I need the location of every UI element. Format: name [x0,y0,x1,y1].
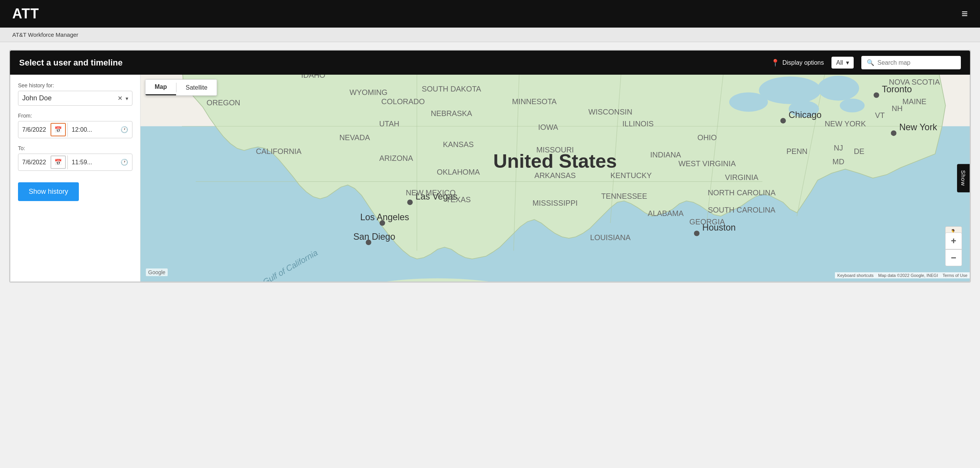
svg-text:MINNESOTA: MINNESOTA [512,97,557,106]
map-toolbar: Select a user and timeline 📍 Display opt… [10,51,970,75]
svg-text:NEVADA: NEVADA [339,133,370,142]
zoom-in-btn[interactable]: + [945,232,962,249]
svg-text:WISCONSIN: WISCONSIN [588,108,632,116]
svg-text:NEW MEXICO: NEW MEXICO [406,188,456,197]
outer-wrapper: Select a user and timeline 📍 Display opt… [9,50,971,283]
svg-text:COLORADO: COLORADO [381,97,425,106]
chevron-down-icon: ▾ [846,59,849,66]
main-content: Select a user and timeline 📍 Display opt… [0,42,980,290]
top-header: ATT ≡ [0,0,980,28]
sidebar: See history for: John Doe ✕ ▾ From: 7/6/… [10,75,140,281]
user-name-display: John Doe [22,94,118,102]
svg-text:PENN: PENN [786,147,807,155]
svg-text:GEORGIA: GEORGIA [689,218,725,226]
search-map-container: 🔍 [861,56,961,69]
show-right-tab[interactable]: Show [957,164,970,192]
svg-point-13 [729,92,768,112]
svg-text:Los Angeles: Los Angeles [360,212,409,222]
svg-text:WYOMING: WYOMING [350,88,387,97]
svg-point-23 [891,130,896,136]
svg-text:OKLAHOMA: OKLAHOMA [437,168,480,176]
tab-satellite[interactable]: Satellite [176,80,217,95]
svg-text:KENTUCKY: KENTUCKY [611,171,652,180]
tab-map[interactable]: Map [145,80,176,95]
svg-text:NOVA SCOTIA: NOVA SCOTIA [889,78,940,86]
app-subtitle: AT&T Workforce Manager [12,31,78,38]
svg-text:VIRGINIA: VIRGINIA [725,173,759,182]
svg-text:MD: MD [833,157,844,166]
all-dropdown[interactable]: All ▾ [831,57,854,69]
svg-text:CALIFORNIA: CALIFORNIA [256,147,302,155]
map-svg: Gulf of Mexico Gulf of California United… [140,75,970,281]
svg-text:NH: NH [892,104,903,113]
svg-text:IDAHO: IDAHO [301,75,325,79]
toolbar-title: Select a user and timeline [19,58,122,68]
svg-text:NJ: NJ [834,144,843,152]
terms-of-use-link[interactable]: Terms of Use [940,272,970,278]
svg-point-21 [780,118,786,123]
to-date-row: 7/6/2022 📅 11:59... 🕐 [18,154,132,171]
svg-text:ARKANSAS: ARKANSAS [534,171,576,180]
from-clock-icon[interactable]: 🕐 [117,123,132,136]
app-logo: ATT [12,6,39,22]
svg-text:LOUISIANA: LOUISIANA [590,233,631,242]
svg-text:DE: DE [854,147,864,155]
to-date-value: 7/6/2022 [18,155,50,170]
user-dropdown-chevron-icon[interactable]: ▾ [126,95,128,101]
svg-text:KANSAS: KANSAS [443,140,474,149]
show-history-button[interactable]: Show history [18,182,79,201]
svg-text:SOUTH CAROLINA: SOUTH CAROLINA [708,206,776,214]
map-data-text: Map data ©2022 Google, INEGI [876,272,940,278]
map-attribution: Keyboard shortcuts Map data ©2022 Google… [835,272,970,278]
to-label: To: [18,145,132,151]
keyboard-shortcuts[interactable]: Keyboard shortcuts [835,272,876,278]
to-clock-icon[interactable]: 🕐 [117,155,132,169]
map-tabs: Map Satellite [145,79,217,96]
svg-text:San Diego: San Diego [353,232,395,242]
svg-text:ARIZONA: ARIZONA [379,154,413,162]
svg-point-25 [874,92,879,98]
svg-text:TENNESSEE: TENNESSEE [601,192,647,200]
svg-text:WEST VIRGINIA: WEST VIRGINIA [678,159,736,168]
all-dropdown-value: All [836,59,843,66]
clear-user-icon[interactable]: ✕ [118,95,122,102]
svg-point-31 [694,231,699,236]
svg-text:VT: VT [875,111,885,119]
sub-header: AT&T Workforce Manager [0,28,980,42]
from-label: From: [18,113,132,119]
see-history-label: See history for: [18,82,132,88]
map-content-area: See history for: John Doe ✕ ▾ From: 7/6/… [10,75,970,282]
svg-text:MISSISSIPPI: MISSISSIPPI [532,199,578,207]
display-options-btn[interactable]: 📍 Display options [771,59,824,67]
svg-text:NEW YORK: NEW YORK [825,119,866,128]
svg-text:NORTH CAROLINA: NORTH CAROLINA [708,188,776,197]
user-select-wrapper[interactable]: John Doe ✕ ▾ [18,91,132,106]
svg-text:MISSOURI: MISSOURI [536,146,574,154]
svg-text:New York: New York [899,122,937,132]
to-time-value: 11:59... [69,155,117,170]
search-map-input[interactable] [877,59,956,66]
svg-text:Chicago: Chicago [789,110,822,120]
svg-text:UTAH: UTAH [379,119,400,128]
from-calendar-btn[interactable]: 📅 [51,123,66,136]
google-logo: Google [146,268,168,276]
svg-point-12 [818,76,859,101]
svg-text:SOUTH DAKOTA: SOUTH DAKOTA [422,85,482,93]
pin-icon: 📍 [771,59,779,67]
to-calendar-btn[interactable]: 📅 [51,155,66,169]
svg-text:INDIANA: INDIANA [650,151,681,159]
svg-text:NEBRASKA: NEBRASKA [431,109,472,118]
show-tab-label: Show [960,170,967,186]
svg-text:ALABAMA: ALABAMA [648,209,684,218]
svg-point-33 [407,200,413,205]
zoom-controls: + − [945,232,962,266]
map-area: Gulf of Mexico Gulf of California United… [140,75,970,281]
menu-icon[interactable]: ≡ [962,8,968,20]
toolbar-right: 📍 Display options All ▾ 🔍 [771,56,961,69]
svg-text:IOWA: IOWA [538,123,559,131]
svg-text:OHIO: OHIO [697,133,717,142]
from-time-value: 12:00... [69,123,117,137]
svg-point-15 [840,98,865,112]
zoom-out-btn[interactable]: − [945,249,962,266]
svg-text:ILLINOIS: ILLINOIS [622,119,654,128]
